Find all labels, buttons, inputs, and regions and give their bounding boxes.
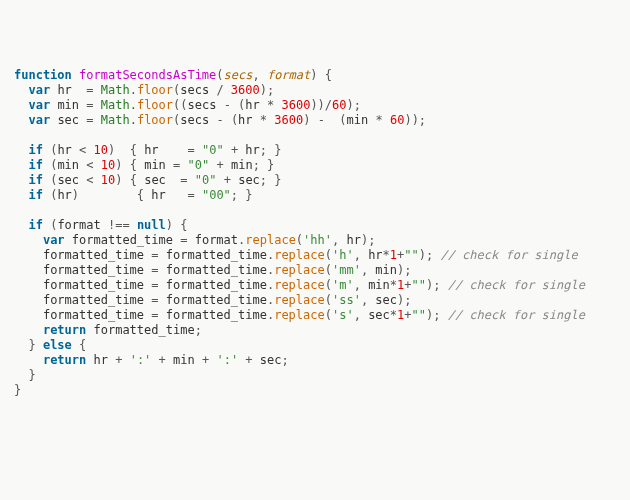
id: secs <box>180 83 209 97</box>
id: min <box>368 278 390 292</box>
str: 'ss' <box>332 293 361 307</box>
str: "00" <box>202 188 231 202</box>
id: sec <box>57 173 79 187</box>
id: sec <box>260 353 282 367</box>
num: 3600 <box>231 83 260 97</box>
str: "" <box>412 308 426 322</box>
met-replace: replace <box>274 263 325 277</box>
num: 10 <box>101 158 115 172</box>
id: formatted_time <box>166 248 267 262</box>
id: formatted_time <box>94 323 195 337</box>
num: 10 <box>101 173 115 187</box>
kw-var: var <box>28 83 50 97</box>
obj-math: Math <box>101 98 130 112</box>
code-block: function formatSecondsAsTime(secs, forma… <box>14 68 616 398</box>
num: 3600 <box>274 113 303 127</box>
id: formatted_time <box>43 278 144 292</box>
num: 60 <box>332 98 346 112</box>
kw-return: return <box>43 323 86 337</box>
comment: // check for single <box>448 278 585 292</box>
obj-math: Math <box>101 113 130 127</box>
kw-function: function <box>14 68 72 82</box>
id: formatted_time <box>166 293 267 307</box>
id: min <box>144 158 166 172</box>
id: hr <box>245 143 259 157</box>
id: sec <box>144 173 166 187</box>
id: hr <box>245 98 259 112</box>
id: hr <box>94 353 108 367</box>
id: formatted_time <box>43 263 144 277</box>
str: "0" <box>195 173 217 187</box>
str: ':' <box>216 353 238 367</box>
num: 1 <box>390 248 397 262</box>
met-replace: replace <box>274 308 325 322</box>
kw-var: var <box>28 98 50 112</box>
id: hr <box>368 248 382 262</box>
var-hr: hr <box>57 83 71 97</box>
id: min <box>173 353 195 367</box>
str: 'hh' <box>303 233 332 247</box>
str: "0" <box>188 158 210 172</box>
id: min <box>57 158 79 172</box>
id: min <box>231 158 253 172</box>
id: formatted_time <box>166 278 267 292</box>
kw-if: if <box>28 158 42 172</box>
id: secs <box>180 113 209 127</box>
var-ft: formatted_time <box>72 233 173 247</box>
str: "" <box>412 278 426 292</box>
id: sec <box>375 293 397 307</box>
kw-if: if <box>28 173 42 187</box>
str: 'm' <box>332 278 354 292</box>
kw-if: if <box>28 188 42 202</box>
id: format <box>195 233 238 247</box>
param-format: format <box>267 68 310 82</box>
var-min: min <box>57 98 79 112</box>
var-sec: sec <box>57 113 79 127</box>
kw-else: else <box>43 338 72 352</box>
id: secs <box>187 98 216 112</box>
str: 'h' <box>332 248 354 262</box>
num: 10 <box>94 143 108 157</box>
str: 's' <box>332 308 354 322</box>
id: formatted_time <box>166 308 267 322</box>
num: 60 <box>390 113 404 127</box>
func-name: formatSecondsAsTime <box>79 68 216 82</box>
met-replace: replace <box>245 233 296 247</box>
id: hr <box>238 113 252 127</box>
id: hr <box>57 143 71 157</box>
id: hr <box>144 143 158 157</box>
id: format <box>57 218 100 232</box>
met-floor: floor <box>137 98 173 112</box>
kw-if: if <box>28 218 42 232</box>
param-secs: secs <box>224 68 253 82</box>
num: 3600 <box>281 98 310 112</box>
str: "" <box>404 248 418 262</box>
id: hr <box>346 233 360 247</box>
kw-var: var <box>43 233 65 247</box>
id: hr <box>151 188 165 202</box>
kw-if: if <box>28 143 42 157</box>
kw-var: var <box>28 113 50 127</box>
id: min <box>347 113 369 127</box>
kw-return: return <box>43 353 86 367</box>
kw-null: null <box>137 218 166 232</box>
id: formatted_time <box>43 293 144 307</box>
comment: // check for single <box>440 248 577 262</box>
str: "0" <box>202 143 224 157</box>
id: hr <box>57 188 71 202</box>
str: 'mm' <box>332 263 361 277</box>
met-floor: floor <box>137 113 173 127</box>
met-floor: floor <box>137 83 173 97</box>
met-replace: replace <box>274 293 325 307</box>
str: ':' <box>130 353 152 367</box>
id: sec <box>368 308 390 322</box>
id: formatted_time <box>43 248 144 262</box>
obj-math: Math <box>101 83 130 97</box>
id: formatted_time <box>166 263 267 277</box>
id: formatted_time <box>43 308 144 322</box>
id: sec <box>238 173 260 187</box>
met-replace: replace <box>274 248 325 262</box>
id: min <box>375 263 397 277</box>
comment: // check for single <box>448 308 585 322</box>
met-replace: replace <box>274 278 325 292</box>
